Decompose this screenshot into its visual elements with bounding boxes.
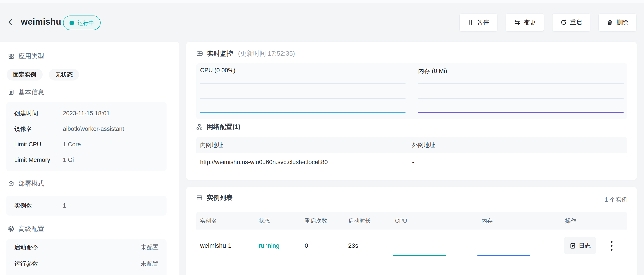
instance-memory-sparkline (477, 230, 530, 262)
pulse-monitor-icon (196, 50, 203, 57)
info-label: 启动命令 (14, 243, 38, 251)
header-actions: 暂停 变更 重启 删除 (460, 13, 636, 31)
instance-cpu-sparkline (393, 230, 446, 262)
instance-count: 1 个实例 (604, 196, 628, 204)
kebab-dot (611, 249, 613, 251)
info-value: 2023-11-15 18:01 (63, 110, 110, 117)
section-instance-list: 实例列表 (196, 193, 232, 202)
server-stack-icon (196, 195, 202, 201)
swap-arrows-icon (514, 19, 520, 26)
column-operations: 操作 (565, 217, 576, 225)
section-basic-info: 基本信息 (8, 88, 44, 97)
kebab-dot (611, 241, 613, 243)
section-title: 网络配置(1) (207, 122, 240, 131)
column-external-address: 外网地址 (412, 141, 627, 149)
gridline (477, 246, 530, 246)
change-label: 变更 (524, 18, 536, 26)
delete-button[interactable]: 删除 (598, 13, 636, 31)
section-advanced-config: 高级配置 (8, 225, 44, 233)
network-table-header: 内网地址 外网地址 (196, 137, 627, 153)
memory-sparkline (477, 255, 530, 256)
section-realtime-monitoring: 实时监控 (更新时间 17:52:35) (196, 49, 295, 58)
gridline (393, 237, 446, 237)
app-detail-page: weimishu 运行中 暂停 变更 重启 删除 (0, 0, 644, 275)
internal-address-value: http://weimishu.ns-wlu0u60n.svc.cluster.… (196, 159, 412, 166)
info-value: 1 Gi (63, 157, 74, 163)
log-clipboard-icon (570, 242, 576, 249)
pause-icon (468, 19, 474, 25)
back-button[interactable] (4, 16, 17, 28)
info-label: Limit Memory (14, 157, 63, 163)
instance-table-row: weimishu-1 running 0 23s 日志 (196, 230, 627, 262)
status-badge: 运行中 (63, 15, 100, 30)
section-app-type: 应用类型 (8, 52, 44, 61)
restart-label: 重启 (570, 18, 582, 26)
info-value: 1 Core (63, 141, 81, 148)
column-cpu: CPU (395, 218, 407, 224)
kebab-dot (611, 245, 613, 247)
info-row: 运行参数 未配置 (6, 256, 166, 272)
column-uptime: 启动时长 (348, 217, 371, 225)
restart-button[interactable]: 重启 (552, 13, 590, 31)
advanced-config-card: 启动命令 未配置 运行参数 未配置 (6, 239, 166, 275)
change-button[interactable]: 变更 (506, 13, 544, 31)
info-label: 实例数 (14, 202, 63, 210)
gridline (418, 98, 624, 99)
app-type-tag: 固定实例 (7, 69, 43, 80)
memory-chart-label: 内存 (0 Mi) (418, 67, 447, 75)
info-label: Limit CPU (14, 141, 63, 148)
log-button-label: 日志 (579, 242, 591, 250)
column-memory: 内存 (482, 217, 493, 225)
status-dot-icon (70, 21, 74, 25)
info-row: Limit Memory 1 Gi (6, 152, 166, 168)
log-button[interactable]: 日志 (564, 237, 596, 254)
row-more-menu-button[interactable] (607, 238, 616, 254)
app-info-sidebar: 应用类型 固定实例 无状态 基本信息 创建时间 2023-11-15 18:01… (0, 42, 179, 275)
section-title: 实时监控 (207, 49, 233, 58)
app-type-tags: 固定实例 无状态 (7, 69, 79, 80)
network-topology-icon (196, 124, 202, 130)
section-title: 部署模式 (18, 179, 44, 188)
section-deploy-mode: 部署模式 (8, 179, 44, 188)
basic-info-card: 创建时间 2023-11-15 18:01 镜像名 aibotk/worker-… (6, 102, 166, 171)
info-row: 镜像名 aibotk/worker-assistant (6, 121, 166, 137)
section-network-config: 网络配置(1) (196, 122, 240, 131)
gear-icon (8, 226, 14, 232)
pause-button[interactable]: 暂停 (460, 13, 498, 31)
gridline (200, 83, 406, 84)
cpu-line (200, 112, 406, 113)
column-status: 状态 (259, 217, 270, 225)
restart-icon (560, 19, 567, 25)
info-row: 启动命令 未配置 (6, 239, 166, 256)
info-row: 实例数 1 (6, 198, 166, 213)
info-value: 未配置 (140, 260, 158, 268)
section-title: 高级配置 (18, 225, 44, 233)
gridline (393, 246, 446, 246)
gridline (418, 83, 624, 84)
network-table: 内网地址 外网地址 http://weimishu.ns-wlu0u60n.sv… (196, 137, 627, 171)
instance-uptime: 23s (348, 242, 358, 249)
monitoring-charts: CPU (0.00%) 内存 (0 Mi) (196, 63, 627, 119)
section-title: 基本信息 (18, 88, 44, 97)
info-value: 1 (63, 202, 66, 209)
instance-list-card: 实例列表 1 个实例 实例名 状态 重启次数 启动时长 CPU 内存 操作 we… (186, 187, 637, 275)
section-title: 应用类型 (18, 52, 44, 61)
column-internal-address: 内网地址 (196, 141, 412, 149)
delete-label: 删除 (616, 18, 628, 26)
section-title: 实例列表 (207, 193, 232, 202)
info-label: 运行参数 (14, 260, 38, 268)
document-icon (8, 89, 14, 95)
monitoring-network-card: 实时监控 (更新时间 17:52:35) CPU (0.00%) 内存 (0 M… (186, 42, 637, 180)
trash-icon (607, 19, 613, 25)
page-title: weimishu (21, 15, 61, 28)
column-restarts: 重启次数 (305, 217, 327, 225)
cpu-chart: CPU (0.00%) (196, 63, 409, 119)
cpu-chart-label: CPU (0.00%) (200, 67, 236, 74)
grid-icon (8, 53, 14, 59)
info-label: 创建时间 (14, 109, 63, 117)
deploy-mode-card: 实例数 1 (6, 196, 166, 216)
gridline (477, 237, 530, 237)
external-address-value: - (412, 159, 627, 166)
info-value: 未配置 (140, 243, 158, 251)
column-instance-name: 实例名 (200, 217, 217, 225)
